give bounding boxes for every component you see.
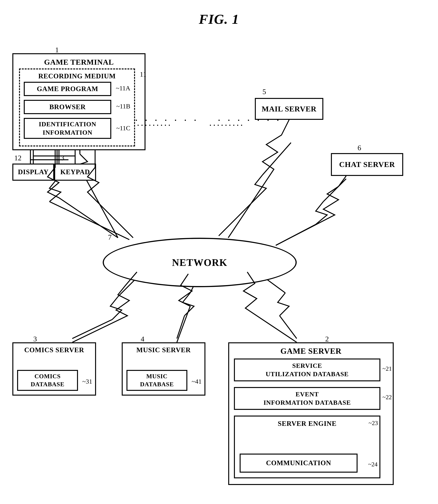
- ref-11a: ~11A: [116, 85, 130, 92]
- display-label: DISPLAY: [18, 168, 49, 176]
- communication-label: COMMUNICATION: [266, 459, 331, 467]
- ref-24: ~24: [368, 461, 378, 468]
- game-server-label: GAME SERVER: [229, 346, 393, 356]
- svg-line-1: [49, 202, 129, 240]
- chat-server-label: CHAT SERVER: [339, 160, 395, 169]
- ref-1: 1: [55, 46, 59, 54]
- game-terminal-box: GAME TERMINAL 11 RECORDING MEDIUM GAME P…: [12, 53, 145, 150]
- identification-box: IDENTIFICATIONINFORMATION: [24, 118, 111, 139]
- svg-line-7: [84, 175, 118, 238]
- browser-label: BROWSER: [49, 103, 86, 111]
- comics-server-label: COMICS SERVER: [13, 346, 95, 354]
- chat-server-box: CHAT SERVER: [331, 153, 403, 176]
- display-box: DISPLAY: [12, 164, 54, 181]
- ref-31: ~31: [82, 378, 92, 385]
- dots-1: .........: [137, 117, 172, 128]
- ref-11: 11: [140, 70, 146, 78]
- game-server-box: GAME SERVER SERVICEUTILIZATION DATABASE …: [228, 342, 394, 485]
- ref-13: 13: [57, 154, 64, 162]
- music-server-label: MUSIC SERVER: [123, 346, 204, 354]
- svg-line-12: [276, 224, 316, 245]
- comics-server-box: COMICS SERVER COMICSDATABASE ~31: [12, 342, 96, 395]
- server-engine-label: SERVER ENGINE: [235, 420, 379, 428]
- game-program-box: GAME PROGRAM: [24, 82, 111, 96]
- ref-21: ~21: [383, 365, 392, 372]
- ref-4: 4: [141, 335, 144, 343]
- keypad-box: KEYPAD: [54, 164, 96, 181]
- ref-41: ~41: [192, 378, 202, 385]
- dots-2: .........: [209, 117, 244, 128]
- svg-line-14: [72, 319, 112, 339]
- communication-box: COMMUNICATION: [240, 454, 358, 473]
- svg-line-10: [219, 198, 257, 236]
- music-db-box: MUSICDATABASE: [126, 370, 187, 391]
- game-program-label: GAME PROGRAM: [37, 85, 98, 93]
- page-title: FIG. 1: [0, 0, 438, 27]
- ref-22: ~22: [383, 394, 392, 401]
- ref-3: 3: [33, 335, 37, 343]
- mail-server-box: MAIL SERVER: [255, 98, 323, 120]
- svg-line-16: [177, 316, 185, 339]
- comics-db-box: COMICSDATABASE: [17, 370, 78, 391]
- svg-line-11: [323, 179, 346, 202]
- svg-line-9: [263, 143, 291, 175]
- identification-label: IDENTIFICATIONINFORMATION: [39, 120, 96, 137]
- browser-box: BROWSER: [24, 100, 111, 114]
- ref-7: 7: [108, 233, 112, 241]
- ref-11c: ~11C: [116, 125, 130, 132]
- comics-db-label: COMICSDATABASE: [31, 373, 65, 388]
- service-util-label: SERVICEUTILIZATION DATABASE: [266, 362, 349, 378]
- music-server-box: MUSIC SERVER MUSICDATABASE ~41: [122, 342, 205, 395]
- mail-server-label: MAIL SERVER: [262, 104, 317, 114]
- server-engine-box: SERVER ENGINE ~23 COMMUNICATION ~24: [234, 416, 380, 478]
- ref-11b: ~11B: [116, 103, 130, 110]
- ref-5: 5: [263, 88, 266, 96]
- ref-2: 2: [325, 335, 329, 343]
- music-db-label: MUSICDATABASE: [140, 373, 174, 388]
- ref-23: ~23: [369, 420, 378, 427]
- network-label: NETWORK: [172, 257, 227, 268]
- event-info-label: EVENTINFORMATION DATABASE: [263, 390, 351, 407]
- recording-medium-box: RECORDING MEDIUM GAME PROGRAM ~11A BROWS…: [19, 68, 135, 146]
- recording-medium-label: RECORDING MEDIUM: [20, 72, 134, 80]
- ref-12: 12: [14, 154, 22, 162]
- service-util-box: SERVICEUTILIZATION DATABASE: [234, 359, 380, 381]
- network-ellipse: NETWORK: [103, 238, 297, 287]
- game-terminal-label: GAME TERMINAL: [13, 58, 144, 67]
- keypad-label: KEYPAD: [60, 168, 90, 176]
- ref-6: 6: [358, 143, 361, 152]
- svg-line-18: [280, 316, 297, 339]
- event-info-box: EVENTINFORMATION DATABASE: [234, 387, 380, 410]
